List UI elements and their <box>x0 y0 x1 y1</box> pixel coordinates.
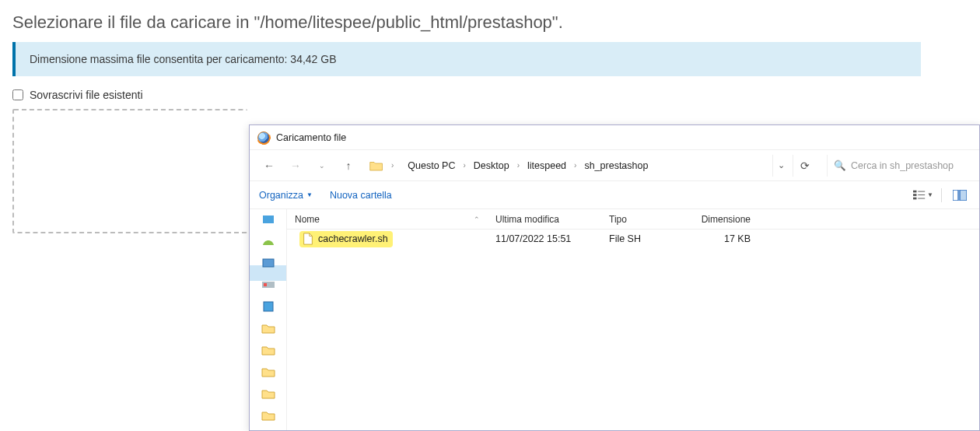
overwrite-label: Sovrascrivi file esistenti <box>30 89 143 101</box>
chevron-right-icon: › <box>390 161 395 170</box>
svg-rect-8 <box>263 216 274 223</box>
column-headers: Nome ⌃ Ultima modifica Tipo Dimensione <box>287 209 979 230</box>
folder-icon[interactable] <box>261 388 275 399</box>
dialog-toolbar: Organizza▼ Nuova cartella ▼ <box>250 181 979 209</box>
search-input[interactable] <box>851 160 965 171</box>
breadcrumb-segment[interactable]: Desktop <box>469 157 514 174</box>
page-title: Selezionare il file da caricare in "/hom… <box>0 0 980 42</box>
folder-icon[interactable] <box>261 323 275 334</box>
nav-item-icon[interactable] <box>261 236 275 247</box>
nav-item-icon[interactable] <box>261 279 275 290</box>
file-list: cachecrawler.sh 11/07/2022 15:51 File SH… <box>287 230 979 430</box>
forward-button[interactable]: → <box>284 155 307 177</box>
folder-icon <box>368 157 385 174</box>
dialog-titlebar: Caricamento file <box>250 125 979 150</box>
file-row[interactable]: cachecrawler.sh 11/07/2022 15:51 File SH… <box>287 230 979 248</box>
column-header-modified[interactable]: Ultima modifica <box>488 214 601 225</box>
search-box: 🔍 <box>827 155 971 177</box>
file-pane: Nome ⌃ Ultima modifica Tipo Dimensione c… <box>287 209 979 430</box>
svg-rect-4 <box>918 194 925 195</box>
nav-item-icon[interactable] <box>261 258 275 268</box>
view-mode-button[interactable]: ▼ <box>913 186 933 205</box>
svg-rect-2 <box>913 197 916 199</box>
chevron-right-icon: › <box>516 161 521 170</box>
file-type: File SH <box>601 233 691 244</box>
dialog-navbar: ← → ⌄ ↑ › Questo PC › Desktop › litespee… <box>250 150 979 181</box>
firefox-icon <box>257 131 270 144</box>
svg-rect-1 <box>913 194 916 196</box>
toolbar-right: ▼ <box>913 186 970 205</box>
svg-rect-5 <box>918 198 925 198</box>
column-header-size[interactable]: Dimensione <box>691 214 758 225</box>
organize-menu[interactable]: Organizza▼ <box>259 190 313 201</box>
file-modified: 11/07/2022 15:51 <box>488 233 601 244</box>
overwrite-row: Sovrascrivi file esistenti <box>0 89 980 109</box>
column-header-type[interactable]: Tipo <box>601 214 691 225</box>
back-button[interactable]: ← <box>257 155 281 177</box>
new-folder-button[interactable]: Nuova cartella <box>330 190 392 201</box>
folder-icon[interactable] <box>261 410 275 421</box>
svg-rect-0 <box>913 190 916 192</box>
svg-rect-3 <box>918 191 925 191</box>
overwrite-checkbox[interactable] <box>12 89 23 100</box>
nav-item-icon[interactable] <box>261 214 275 225</box>
chevron-right-icon: › <box>461 161 467 170</box>
breadcrumb-segment[interactable]: Questo PC <box>403 157 460 174</box>
recent-dropdown[interactable]: ⌄ <box>310 155 334 177</box>
file-size: 17 KB <box>691 233 758 244</box>
folder-icon[interactable] <box>261 345 275 356</box>
breadcrumb-segment[interactable]: litespeed <box>523 157 571 174</box>
breadcrumb: Questo PC › Desktop › litespeed › sh_pre… <box>398 155 769 177</box>
svg-rect-12 <box>264 302 273 311</box>
file-open-dialog: Caricamento file ← → ⌄ ↑ › Questo PC › D… <box>249 124 980 431</box>
column-header-name[interactable]: Nome ⌃ <box>287 214 488 225</box>
folder-icon[interactable] <box>261 366 275 377</box>
info-banner: Dimensione massima file consentita per c… <box>12 42 921 76</box>
chevron-right-icon: › <box>572 161 578 170</box>
up-button[interactable]: ↑ <box>337 155 360 177</box>
svg-rect-11 <box>264 283 267 286</box>
nav-item-icon[interactable] <box>261 301 275 312</box>
breadcrumb-segment[interactable]: sh_prestashop <box>579 157 653 174</box>
file-icon <box>303 233 313 245</box>
search-icon: 🔍 <box>834 159 846 171</box>
svg-rect-6 <box>953 190 958 201</box>
refresh-button[interactable]: ⟳ <box>793 155 816 177</box>
upload-dropzone[interactable] <box>12 109 247 233</box>
dialog-title: Caricamento file <box>276 132 346 143</box>
dialog-body: Nome ⌃ Ultima modifica Tipo Dimensione c… <box>250 209 979 430</box>
preview-pane-button[interactable] <box>950 186 970 205</box>
breadcrumb-dropdown[interactable]: ⌄ <box>772 155 789 177</box>
svg-rect-9 <box>263 259 274 267</box>
navigation-pane <box>250 209 287 430</box>
sort-indicator-icon: ⌃ <box>474 216 480 223</box>
svg-rect-7 <box>960 190 967 201</box>
file-name: cachecrawler.sh <box>318 233 388 244</box>
